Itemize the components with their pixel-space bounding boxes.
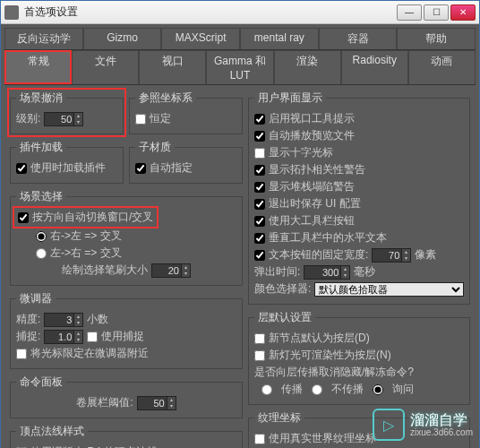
spin-up-icon[interactable]: ▴: [340, 266, 349, 272]
cursor-lock-checkbox[interactable]: [16, 349, 27, 359]
constant-label: 恒定: [150, 111, 171, 126]
spin-up-icon[interactable]: ▴: [73, 331, 82, 337]
auto-switch-label: 按方向自动切换窗口/交叉: [32, 210, 153, 225]
tab-help[interactable]: 帮助: [397, 28, 476, 49]
use-snap-label: 使用捕捉: [101, 329, 144, 344]
collapse-warn-checkbox[interactable]: [254, 182, 265, 193]
precision-input[interactable]: [45, 314, 73, 325]
fixed-width-spinner[interactable]: ▴▾: [372, 248, 411, 263]
constant-checkbox[interactable]: [135, 114, 146, 125]
auto-switch-checkbox[interactable]: [18, 212, 29, 223]
legend-ui-display: 用户界面显示: [254, 90, 326, 106]
use-r4-label: 使用旧版本 R4 的顶点法线: [30, 444, 158, 448]
tab-viewports[interactable]: 视口: [139, 50, 206, 84]
tab-maxscript[interactable]: MAXScript: [161, 28, 240, 49]
tab-containers[interactable]: 容器: [319, 28, 398, 49]
content: 反向运动学 Gizmo MAXScript mental ray 容器 帮助 常…: [1, 24, 479, 448]
new-node-checkbox[interactable]: [254, 333, 265, 344]
tab-files[interactable]: 文件: [72, 50, 139, 84]
item-label: 显示十字光标: [269, 145, 333, 160]
spin-down-icon[interactable]: ▾: [73, 320, 82, 326]
propagate-radio[interactable]: [261, 384, 272, 395]
color-picker-select[interactable]: 默认颜色拾取器: [314, 282, 464, 297]
group-vertex-norm: 顶点法线样式 使用旧版本 R4 的顶点法线: [10, 424, 243, 448]
undo-level-input[interactable]: [45, 114, 73, 125]
brush-spinner[interactable]: ▴▾: [151, 263, 191, 278]
spin-down-icon[interactable]: ▾: [167, 403, 176, 409]
spin-up-icon[interactable]: ▴: [401, 249, 410, 255]
prop-question: 是否向层传播取消隐藏/解冻命令?: [254, 365, 414, 380]
watermark-url: zixue.3d66.com: [410, 427, 473, 437]
popup-label: 弹出时间:: [254, 264, 300, 280]
new-light-checkbox[interactable]: [254, 350, 265, 361]
popup-spinner[interactable]: ▴▾: [304, 265, 350, 280]
horiz-text-checkbox[interactable]: [254, 233, 265, 244]
tab-mentalray[interactable]: mental ray: [240, 28, 319, 49]
picker-label: 颜色选择器:: [254, 281, 311, 297]
tab-general[interactable]: 常规: [4, 50, 72, 84]
autoplay-preview-checkbox[interactable]: [254, 131, 265, 142]
real-world-label: 使用真实世界纹理坐标: [269, 431, 376, 446]
topo-warn-checkbox[interactable]: [254, 165, 265, 176]
tabs-row-2: 常规 文件 视口 Gamma 和 LUT 渲染 Radiosity 动画: [4, 50, 476, 85]
spin-up-icon[interactable]: ▴: [167, 397, 176, 403]
large-btn-checkbox[interactable]: [254, 216, 265, 227]
load-on-use-label: 使用时加载插件: [30, 160, 106, 176]
rtl-radio[interactable]: [36, 231, 47, 242]
tab-gamma[interactable]: Gamma 和 LUT: [206, 50, 273, 84]
ask-radio[interactable]: [373, 384, 383, 395]
brush-label: 绘制选择笔刷大小: [62, 263, 148, 278]
spin-down-icon[interactable]: ▾: [73, 119, 82, 125]
titlebar: 首选项设置 — ☐ ✕: [1, 1, 479, 24]
spin-up-icon[interactable]: ▴: [73, 113, 82, 119]
spin-down-icon[interactable]: ▾: [340, 272, 349, 279]
fixed-width-checkbox[interactable]: [254, 250, 265, 261]
group-ref-coord: 参照坐标系 恒定: [129, 90, 243, 134]
legend-tex-coord: 纹理坐标: [254, 410, 304, 426]
tab-render[interactable]: 渲染: [274, 50, 341, 84]
watermark-brand: 溜溜自学: [410, 413, 473, 427]
precision-label: 精度:: [16, 312, 40, 327]
ltr-radio[interactable]: [36, 248, 47, 259]
fixed-width-input[interactable]: [373, 250, 401, 261]
item-label: 退出时保存 UI 配置: [269, 196, 361, 211]
load-on-use-checkbox[interactable]: [16, 163, 27, 174]
snap-spinner[interactable]: ▴▾: [44, 330, 83, 344]
item-label: 垂直工具栏中的水平文本: [269, 230, 387, 246]
minimize-button[interactable]: —: [397, 4, 422, 21]
use-snap-checkbox[interactable]: [87, 332, 98, 342]
precision-spinner[interactable]: ▴▾: [44, 313, 83, 327]
popup-input[interactable]: [304, 267, 340, 278]
spin-down-icon[interactable]: ▾: [181, 271, 190, 277]
save-ui-checkbox[interactable]: [254, 199, 265, 210]
snap-input[interactable]: [45, 332, 73, 342]
ms-label: 毫秒: [354, 264, 375, 280]
tab-gizmo[interactable]: Gizmo: [83, 28, 162, 49]
spin-down-icon[interactable]: ▾: [73, 337, 82, 343]
real-world-checkbox[interactable]: [254, 434, 265, 444]
group-sub-mtl: 子材质 自动指定: [129, 140, 243, 184]
spin-up-icon[interactable]: ▴: [181, 264, 190, 271]
spin-up-icon[interactable]: ▴: [73, 314, 82, 320]
undo-level-spinner[interactable]: ▴▾: [44, 112, 83, 126]
roll-input[interactable]: [138, 398, 167, 409]
auto-assign-checkbox[interactable]: [135, 163, 146, 174]
tab-ik[interactable]: 反向运动学: [4, 28, 83, 49]
cross-cursor-checkbox[interactable]: [254, 148, 265, 159]
tab-animation[interactable]: 动画: [408, 50, 476, 84]
no-propagate-radio[interactable]: [312, 384, 322, 395]
close-button[interactable]: ✕: [450, 4, 476, 21]
decimal-label: 小数: [87, 312, 108, 327]
brush-input[interactable]: [152, 265, 181, 276]
item-label: 显示堆栈塌陷警告: [269, 179, 355, 194]
maximize-button[interactable]: ☐: [424, 4, 449, 21]
group-plugin-load: 插件加载 使用时加载插件: [10, 140, 124, 184]
legend-spinner: 微调器: [16, 291, 56, 306]
viewport-tooltips-checkbox[interactable]: [254, 114, 265, 125]
new-light-label: 新灯光可渲染性为按层(N): [269, 348, 391, 363]
window-title: 首选项设置: [24, 4, 397, 20]
spin-down-icon[interactable]: ▾: [401, 255, 410, 262]
opt-label: 询问: [392, 382, 414, 397]
tab-radiosity[interactable]: Radiosity: [341, 50, 408, 84]
roll-spinner[interactable]: ▴▾: [137, 396, 176, 410]
